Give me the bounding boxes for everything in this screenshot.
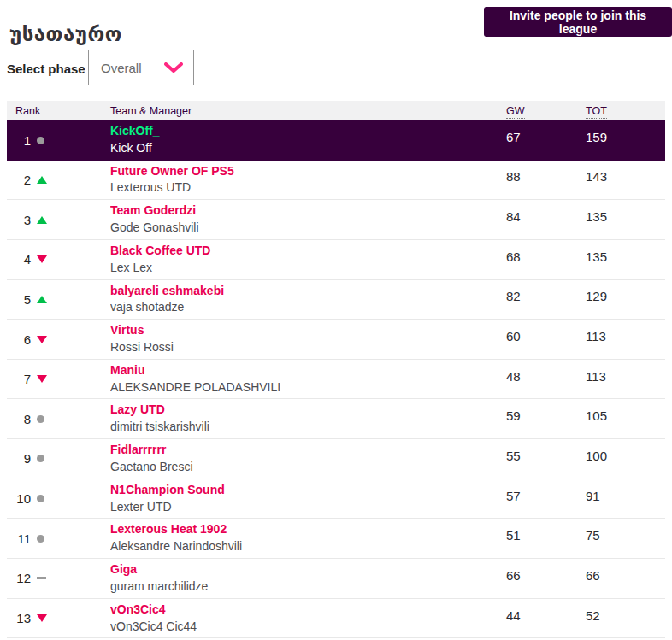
total-points: 66 [579, 559, 665, 598]
team-cell: balyareli eshmakebi vaja shotadze [110, 280, 499, 320]
manager-name: Gaetano Bresci [110, 459, 499, 476]
phase-dropdown[interactable]: Overall [88, 50, 194, 85]
rank-value: 12 [15, 571, 31, 585]
rank-value: 4 [15, 252, 31, 267]
gw-points: 67 [499, 120, 579, 161]
manager-name: vaja shotadze [110, 299, 499, 316]
total-points: 113 [579, 360, 665, 399]
header-team-manager: Team & Manager [110, 105, 499, 117]
rank-value: 3 [15, 213, 31, 227]
team-name[interactable]: Black Coffee UTD [110, 243, 499, 260]
page-title: უსათაურო [9, 22, 122, 46]
team-name[interactable]: KickOff_ [110, 123, 499, 140]
manager-name: Lexter UTD [110, 499, 499, 516]
gw-points: 88 [499, 161, 579, 200]
gw-points: 57 [499, 479, 579, 519]
team-cell: Maniu ALEKSANDRE POLADASHVILI [110, 360, 499, 399]
manager-name: Aleksandre Narindoshvili [110, 538, 499, 555]
total-points: 52 [579, 599, 665, 638]
rank-value: 2 [15, 173, 31, 187]
gw-points: 68 [499, 240, 579, 279]
rank-value: 11 [15, 531, 31, 546]
table-row: 13 vOn3Cic4 vOn3Cic4 Cic44 44 52 [7, 599, 665, 639]
gw-points: 59 [499, 399, 579, 438]
team-cell: Giga guram marchilidze [110, 559, 499, 598]
table-row: 6 Virtus Rossi Rossi 60 113 [7, 320, 665, 360]
team-name[interactable]: Team Goderdzi [110, 203, 499, 220]
rank-cell: 8 [7, 399, 110, 438]
rank-cell: 5 [7, 280, 110, 320]
rank-cell: 4 [7, 240, 110, 279]
team-cell: Lexterous Heat 1902 Aleksandre Narindosh… [110, 519, 499, 558]
rank-cell: 7 [7, 360, 110, 399]
team-name[interactable]: Future Owner OF PS5 [110, 163, 499, 180]
manager-name: Gode Gonashvili [110, 220, 499, 237]
table-header: Rank Team & Manager GW TOT [7, 101, 665, 120]
rank-value: 7 [15, 372, 31, 386]
rank-value: 1 [15, 133, 31, 148]
team-cell: Black Coffee UTD Lex Lex [110, 240, 499, 279]
team-cell: KickOff_ Kick Off [110, 120, 499, 161]
team-name[interactable]: vOn3Cic4 [110, 602, 499, 619]
table-row: 7 Maniu ALEKSANDRE POLADASHVILI 48 113 [7, 360, 665, 400]
team-name[interactable]: Lexterous Heat 1902 [110, 521, 499, 538]
table-row: 8 Lazy UTD dimitri tsiskarishvili 59 105 [7, 399, 665, 439]
table-row: 12 Giga guram marchilidze 66 66 [7, 559, 665, 599]
team-name[interactable]: Giga [110, 561, 499, 578]
dash-icon [37, 577, 46, 579]
manager-name: Kick Off [110, 140, 499, 157]
dot-icon [37, 137, 44, 144]
dot-icon [37, 495, 44, 502]
gw-points: 60 [499, 320, 579, 359]
chevron-down-icon [164, 62, 183, 73]
invite-people-button[interactable]: Invite people to join this league [484, 7, 672, 37]
manager-name: vOn3Cic4 Cic44 [110, 619, 499, 636]
total-points: 159 [579, 120, 665, 161]
team-name[interactable]: balyareli eshmakebi [110, 283, 499, 300]
total-points: 143 [579, 161, 665, 200]
manager-name: Rossi Rossi [110, 339, 499, 356]
total-points: 75 [579, 519, 665, 558]
down-arrow-icon [37, 375, 47, 383]
table-row: 9 Fidlarrrrrr Gaetano Bresci 55 100 [7, 439, 665, 479]
rank-cell: 6 [7, 320, 110, 359]
table-row: 3 Team Goderdzi Gode Gonashvili 84 135 [7, 200, 665, 240]
total-points: 105 [579, 399, 665, 438]
team-cell: Fidlarrrrrr Gaetano Bresci [110, 439, 499, 479]
header-tot: TOT [579, 105, 665, 117]
up-arrow-icon [37, 176, 47, 184]
table-row: 1 KickOff_ Kick Off 67 159 [7, 120, 665, 161]
team-cell: vOn3Cic4 vOn3Cic4 Cic44 [110, 599, 499, 638]
team-cell: Virtus Rossi Rossi [110, 320, 499, 359]
rank-value: 5 [15, 292, 31, 307]
team-cell: Lazy UTD dimitri tsiskarishvili [110, 399, 499, 438]
header-gw: GW [499, 105, 579, 117]
header-rank: Rank [7, 105, 110, 117]
team-name[interactable]: Lazy UTD [110, 402, 499, 419]
rank-value: 13 [15, 611, 31, 625]
team-name[interactable]: N1Champion Sound [110, 482, 499, 499]
team-cell: Team Goderdzi Gode Gonashvili [110, 200, 499, 239]
gw-points: 55 [499, 439, 579, 479]
team-cell: N1Champion Sound Lexter UTD [110, 479, 499, 519]
team-name[interactable]: Maniu [110, 362, 499, 379]
team-name[interactable]: Fidlarrrrrr [110, 442, 499, 459]
manager-name: guram marchilidze [110, 578, 499, 596]
manager-name: dimitri tsiskarishvili [110, 419, 499, 436]
dot-icon [37, 535, 44, 543]
total-points: 135 [579, 240, 665, 279]
table-row: 10 N1Champion Sound Lexter UTD 57 91 [7, 479, 665, 520]
table-body: 1 KickOff_ Kick Off 67 159 2 Future Owne… [7, 120, 665, 638]
phase-selected-value: Overall [101, 61, 142, 75]
manager-name: Lexterous UTD [110, 179, 499, 197]
rank-cell: 1 [7, 120, 110, 161]
rank-value: 8 [15, 412, 31, 426]
up-arrow-icon [37, 216, 47, 224]
select-phase-label: Select phase [7, 62, 85, 76]
dot-icon [37, 455, 44, 462]
team-name[interactable]: Virtus [110, 322, 499, 339]
dot-icon [37, 415, 44, 423]
down-arrow-icon [37, 336, 47, 343]
rank-cell: 12 [7, 559, 110, 598]
down-arrow-icon [37, 255, 47, 263]
